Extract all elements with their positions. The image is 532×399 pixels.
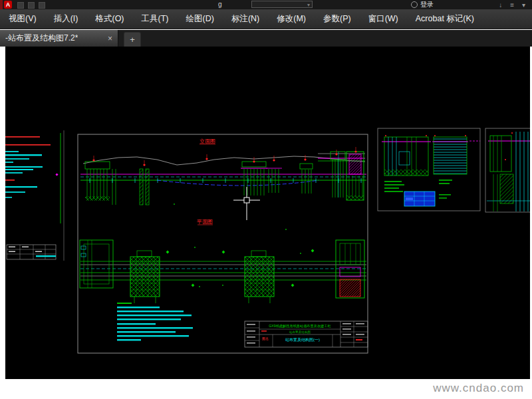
- chevron-down-icon[interactable]: ▾: [307, 1, 310, 9]
- menu-item-insert[interactable]: 插入(I): [45, 9, 87, 29]
- menu-item-modify[interactable]: 修改(M): [268, 9, 315, 29]
- detail-sheet-2: [485, 128, 530, 212]
- menu-item-window[interactable]: 窗口(W): [360, 9, 407, 29]
- titlebar-accent: [0, 0, 3, 9]
- plan-view: 平面图: [80, 203, 366, 303]
- elevation-label: 立面图: [200, 138, 215, 144]
- window-title-fragment: g: [218, 1, 222, 8]
- app-icon[interactable]: A: [4, 1, 12, 9]
- drawing-canvas[interactable]: 立面图: [5, 47, 530, 379]
- infocenter-search-input[interactable]: ▾: [251, 1, 313, 8]
- elevation-markers: [93, 147, 357, 166]
- dropdown-icon[interactable]: ▾: [522, 1, 525, 9]
- title-block-stamp: 图名: [262, 336, 269, 341]
- menu-item-parametric[interactable]: 参数(P): [315, 9, 360, 29]
- menu-item-view[interactable]: 视图(V): [0, 9, 45, 29]
- menu-item-format[interactable]: 格式(O): [86, 9, 132, 29]
- watermark-text: www.cndao.com: [433, 382, 524, 395]
- menu-item-acrobat[interactable]: Acrobat 标记(K): [407, 9, 483, 29]
- main-sheet-frame: [78, 134, 368, 353]
- login-label[interactable]: 登录: [420, 0, 434, 9]
- crosshair-cursor: [233, 187, 260, 220]
- quick-access-toolbar[interactable]: [17, 2, 45, 9]
- new-tab-button[interactable]: +: [124, 32, 141, 47]
- titlebar: A g ▾ 登录 ↓ ≡ ▾: [0, 0, 532, 9]
- bottom-strip: www.cndao.com: [0, 379, 532, 399]
- title-block-subtitle: 站布置及结构图: [289, 330, 311, 334]
- sign-in-area[interactable]: 登录: [411, 0, 434, 9]
- menu-item-draw[interactable]: 绘图(D): [178, 9, 223, 29]
- title-block: GX9线疏解既有线路站场布置及改建工程 站布置及结构图 图名 站布置及结构图(一…: [245, 321, 368, 347]
- title-block-sheet-name: 站布置及结构图(一): [285, 338, 320, 342]
- drawing-tab[interactable]: -站布置及结构图7.2* ×: [0, 30, 118, 47]
- menu-item-tools[interactable]: 工具(T): [133, 9, 178, 29]
- drawing-tab-label: -站布置及结构图7.2*: [5, 33, 78, 44]
- notes-block: [117, 303, 193, 340]
- plan-label: 平面图: [197, 219, 213, 225]
- title-block-project: GX9线疏解既有线路站场布置及改建工程: [269, 324, 331, 329]
- file-tab-bar: -站布置及结构图7.2* × +: [0, 30, 532, 47]
- download-icon[interactable]: ↓: [499, 1, 502, 9]
- menu-bar: 视图(V) 插入(I) 格式(O) 工具(T) 绘图(D) 标注(N) 修改(M…: [0, 9, 532, 29]
- user-icon: [411, 1, 418, 8]
- elevation-view: 立面图: [80, 138, 366, 205]
- menu-item-dimension[interactable]: 标注(N): [223, 9, 268, 29]
- menu-icon[interactable]: ≡: [510, 1, 514, 9]
- close-icon[interactable]: ×: [104, 34, 112, 43]
- detail-sheet-1: [378, 128, 480, 211]
- left-partial-drawing: [5, 130, 64, 261]
